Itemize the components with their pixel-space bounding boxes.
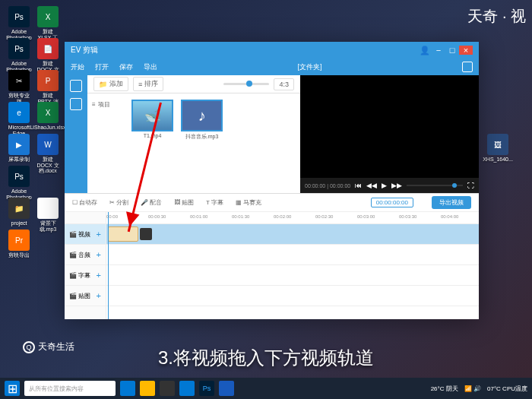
minimize-button[interactable]: − <box>432 46 445 55</box>
video-clip-2[interactable] <box>140 228 152 240</box>
desktop-icon[interactable]: Pr剪映导出 <box>8 230 30 258</box>
subtitle-tool[interactable]: T 字幕 <box>206 198 223 207</box>
desktop-icon[interactable]: W新建 DOCX 文档.docx <box>36 134 59 174</box>
cpu-temp: 07°C CPU温度 <box>487 385 527 393</box>
track-label[interactable]: 🎬贴图+ <box>65 286 106 306</box>
project-name: [文件夹] <box>168 62 451 72</box>
desktop: 天奇 · 视 PsAdobe PhotoshopPsAdobe Photosho… <box>0 0 532 399</box>
left-panel <box>65 75 87 193</box>
desktop-icon[interactable]: 📁project <box>8 198 30 226</box>
track-label[interactable]: 🎬字幕+ <box>65 265 106 286</box>
desktop-icon[interactable]: PsAdobe Photoshop <box>8 6 30 40</box>
task-icon[interactable] <box>219 381 234 396</box>
watermark: 天奇 · 视 <box>467 6 526 27</box>
preview-video[interactable] <box>300 75 479 178</box>
user-icon[interactable]: 👤 <box>418 46 432 55</box>
forward-button[interactable]: ▶▶ <box>391 182 402 189</box>
split-tool[interactable]: ✂ 分割 <box>109 198 128 207</box>
desktop-icon[interactable]: PsAdobe Photoshop <box>8 38 30 72</box>
desktop-icon[interactable]: 🖼XHS_1640... <box>486 134 509 163</box>
media-sidebar: ≡项目 <box>87 93 125 193</box>
media-tab-icon[interactable] <box>70 80 82 92</box>
sticker-track[interactable] <box>106 286 479 306</box>
mosaic-tool[interactable]: ▦ 马赛克 <box>236 198 261 207</box>
desktop-icon[interactable]: ♪背景下载.mp3 <box>36 198 59 232</box>
desktop-icon[interactable]: XLiShaoJun.xlsx <box>36 102 59 131</box>
preview-progress[interactable] <box>407 185 463 186</box>
weather[interactable]: 26°C 阴天 <box>431 385 458 393</box>
titlebar: EV 剪辑 👤 − □ × <box>65 42 479 59</box>
menu-save[interactable]: 保存 <box>119 62 133 72</box>
media-toolbar: 📁 添加 ≡ 排序 4:3 <box>87 75 300 93</box>
zoom-slider[interactable] <box>223 83 269 85</box>
desktop-icon[interactable]: ▶屏幕录制 <box>8 134 30 163</box>
video-editor-window: EV 剪辑 👤 − □ × 开始 打开 保存 导出 [文件夹] 📁 添加 ≡ 排… <box>65 42 479 319</box>
export-button[interactable]: 导出视频 <box>432 196 471 209</box>
autosave-tool[interactable]: ☐ 自动存 <box>72 198 97 207</box>
taskbar: ⊞ 从所有位置搜索内容 Ps 26°C 阴天 📶 🔊 07°C CPU温度 <box>0 378 532 399</box>
timecode: 00:00:00:00 <box>371 198 413 207</box>
prev-frame-button[interactable]: ⏮ <box>355 182 362 189</box>
timeline-toolbar: ☐ 自动存 ✂ 分割 🎤 配音 🖼 贴图 T 字幕 ▦ 马赛克 00:00:00… <box>65 194 479 212</box>
sticker-tool[interactable]: 🖼 贴图 <box>174 198 194 207</box>
desktop-icon[interactable]: PsAdobe Photoshop <box>8 166 30 200</box>
menubar: 开始 打开 保存 导出 [文件夹] <box>65 59 479 75</box>
tutorial-caption: 3.将视频拖入下方视频轨道 <box>0 346 532 370</box>
sort-button[interactable]: ≡ 排序 <box>133 77 163 91</box>
media-thumb-audio[interactable]: ♪ 抖音音乐.mp3 <box>181 100 223 141</box>
menu-start[interactable]: 开始 <box>71 62 84 72</box>
task-icon[interactable] <box>120 381 135 396</box>
sidebar-item[interactable]: ≡项目 <box>92 98 121 111</box>
video-track[interactable] <box>106 224 479 245</box>
start-button[interactable]: ⊞ <box>5 381 20 396</box>
preview-panel: 00:00:00 | 00:00:00 ⏮ ◀◀ ▶ ▶▶ ⛶ <box>300 75 479 193</box>
task-icon[interactable] <box>160 381 175 396</box>
menu-export[interactable]: 导出 <box>144 62 157 72</box>
task-icon[interactable] <box>140 381 155 396</box>
app-title: EV 剪辑 <box>71 45 98 55</box>
timeline-ruler[interactable]: 00:0000:00:3000:01:0000:01:3000:02:0000:… <box>106 212 479 224</box>
playhead[interactable] <box>108 212 109 319</box>
track-area[interactable]: 00:0000:00:3000:01:0000:01:3000:02:0000:… <box>106 212 479 319</box>
search-input[interactable]: 从所有位置搜索内容 <box>24 381 116 396</box>
preview-time: 00:00:00 | 00:00:00 <box>305 183 350 188</box>
audio-track[interactable] <box>106 245 479 265</box>
library-tab-icon[interactable] <box>70 98 82 110</box>
task-icon[interactable] <box>179 381 195 396</box>
preview-controls: 00:00:00 | 00:00:00 ⏮ ◀◀ ▶ ▶▶ ⛶ <box>300 178 479 193</box>
task-icon[interactable]: Ps <box>199 381 214 396</box>
voice-tool[interactable]: 🎤 配音 <box>141 198 162 207</box>
close-button[interactable]: × <box>459 46 473 55</box>
subtitle-track[interactable] <box>106 265 479 286</box>
brand-watermark: Q天奇生活 <box>23 340 74 353</box>
maximize-button[interactable]: □ <box>445 46 459 55</box>
track-label[interactable]: 🎬视频+ <box>65 224 106 245</box>
settings-icon[interactable] <box>462 62 473 72</box>
desktop-icon[interactable]: ✂剪映专业版 <box>8 70 30 104</box>
add-media-button[interactable]: 📁 添加 <box>93 77 128 91</box>
play-button[interactable]: ▶ <box>382 182 387 189</box>
track-label[interactable]: 🎬音频+ <box>65 245 106 265</box>
rewind-button[interactable]: ◀◀ <box>366 182 377 189</box>
system-tray[interactable]: 26°C 阴天 📶 🔊 07°C CPU温度 <box>431 385 527 393</box>
desktop-icon[interactable]: eMicrosoft Edge <box>8 102 30 136</box>
menu-open[interactable]: 打开 <box>95 62 109 72</box>
ratio-button[interactable]: 4:3 <box>274 78 294 90</box>
fullscreen-button[interactable]: ⛶ <box>467 182 474 189</box>
track-labels: 🎬视频+🎬音频+🎬字幕+🎬贴图+ <box>65 212 106 319</box>
